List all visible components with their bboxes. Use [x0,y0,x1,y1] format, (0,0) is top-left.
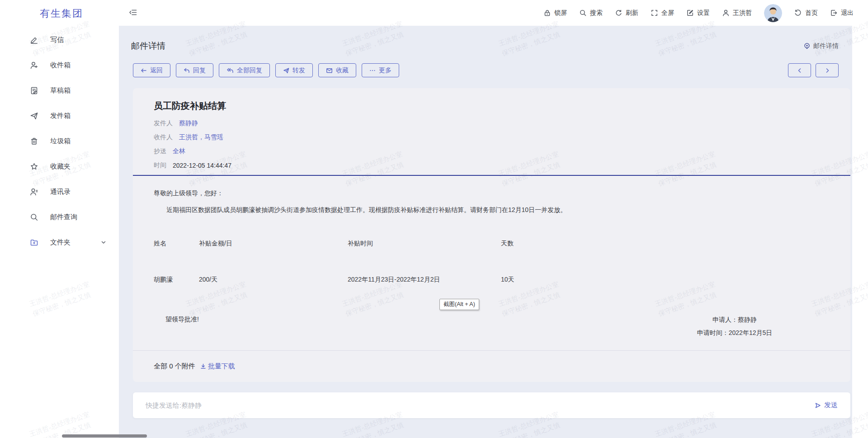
meta-row-time: 时间 2022-12-05 14:44:47 [154,158,231,172]
attachments-summary: 全部 0 个附件 [154,362,195,371]
meta-row-to: 收件人 王洪哲，马雪瑶 [154,130,231,144]
recipients-link[interactable]: 王洪哲，马雪瑶 [179,133,223,141]
settings-icon [686,9,694,17]
sidebar: 有生集团 写信 收件箱 草稿箱 发件箱 垃圾箱 [0,0,119,438]
table-row: 胡鹏濠 200/天 2022年11月23日-2022年12月2日 10天 [154,276,830,284]
sidebar-item-sent[interactable]: 发件箱 [0,103,119,128]
sidebar-item-drafts[interactable]: 草稿箱 [0,78,119,103]
inbox-icon [30,61,38,70]
drafts-icon [30,86,38,95]
mail-search-icon [30,213,38,221]
page-title: 邮件详情 [131,40,165,52]
attachments-bar: 全部 0 个附件 批量下载 [133,350,850,382]
chevron-down-icon[interactable] [101,240,106,245]
lock-screen-action[interactable]: 锁屏 [543,9,567,17]
reply-button[interactable]: 回复 [176,63,213,77]
next-mail-button[interactable] [816,63,839,77]
brand-logo: 有生集团 [40,7,83,20]
table-header-row: 姓名 补贴金额/日 补贴时间 天数 [154,240,830,248]
mail-toolbar: 返回 回复 全部回复 转发 收藏 更多 [133,63,399,77]
sidebar-item-label: 文件夹 [50,238,71,247]
prev-mail-button[interactable] [788,63,811,77]
body-paragraph: 近期福田区数据团队成员胡鹏濠被抽调沙头街道参加疫情数据处理工作。现根据防疫补贴标… [154,205,830,214]
home-icon [794,9,802,17]
favorite-button[interactable]: 收藏 [318,63,356,77]
sent-icon [30,112,38,120]
mail-signature: 申请人：蔡静静 申请时间：2022年12月5日 [640,313,830,339]
forward-button[interactable]: 转发 [275,63,313,77]
sidebar-item-label: 邮件查询 [50,213,77,221]
sidebar-item-trash[interactable]: 垃圾箱 [0,128,119,154]
avatar[interactable] [764,4,782,22]
mail-detail-card: 员工防疫补贴结算 发件人 蔡静静 收件人 王洪哲，马雪瑶 抄送 全林 时间 20… [133,88,850,382]
folder-plus-icon [30,238,38,247]
mail-time: 2022-12-05 14:44:47 [173,162,231,169]
search-icon [579,9,587,17]
logout-icon [830,9,838,17]
sidebar-item-mail-search[interactable]: 邮件查询 [0,204,119,230]
sidebar-item-label: 草稿箱 [50,86,71,95]
batch-download-link[interactable]: 批量下载 [200,362,235,371]
screenshot-tooltip: 截图(Alt + A) [439,299,479,310]
logout-action[interactable]: 退出 [830,9,854,17]
sidebar-item-inbox[interactable]: 收件箱 [0,52,119,78]
refresh-action[interactable]: 刷新 [615,9,638,17]
home-action[interactable]: 首页 [794,9,818,17]
contacts-icon [30,188,38,196]
body-greeting: 尊敬的上级领导，您好： [154,189,830,198]
breadcrumb: 邮件详情 [803,42,839,50]
lock-icon [543,9,551,17]
send-button[interactable]: 发送 [814,401,838,410]
more-button[interactable]: 更多 [362,63,399,77]
sidebar-item-favorites[interactable]: 收藏夹 [0,154,119,179]
sidebar-item-folders[interactable]: 文件夹 [0,230,119,255]
meta-row-cc: 抄送 全林 [154,144,231,158]
sidebar-item-label: 收件箱 [50,61,71,70]
sidebar-item-label: 通讯录 [50,188,71,196]
mail-body: 尊敬的上级领导，您好： 近期福田区数据团队成员胡鹏濠被抽调沙头街道参加疫情数据处… [154,188,830,324]
sidebar-item-compose[interactable]: 写信 [0,27,119,52]
cc-link[interactable]: 全林 [173,147,185,155]
current-user[interactable]: 王洪哲 [722,9,752,17]
favorites-icon [30,162,38,171]
trash-icon [30,137,38,146]
back-button[interactable]: 返回 [133,63,170,77]
sidebar-item-label: 垃圾箱 [50,137,71,146]
sidebar-item-label: 收藏夹 [50,162,71,171]
applicant: 申请人：蔡静静 [640,313,830,326]
apply-date: 申请时间：2022年12月5日 [640,326,830,339]
pin-icon [803,42,811,50]
mail-pager [788,63,839,77]
refresh-icon [615,9,623,17]
quick-reply-input[interactable] [146,401,814,409]
main-panel: 邮件详情 邮件详情 返回 回复 全部回复 转发 收藏 更多 [119,26,852,438]
mail-meta: 发件人 蔡静静 收件人 王洪哲，马雪瑶 抄送 全林 时间 2022-12-05 … [154,116,231,172]
settings-action[interactable]: 设置 [686,9,710,17]
search-action[interactable]: 搜索 [579,9,603,17]
compose-icon [30,36,38,44]
sidebar-item-label: 写信 [50,36,64,44]
sender-link[interactable]: 蔡静静 [179,119,198,127]
mail-subject: 员工防疫补贴结算 [154,100,226,112]
fullscreen-icon [651,9,658,17]
mail-divider [133,175,850,176]
menu-fold-icon[interactable] [129,8,137,17]
fullscreen-action[interactable]: 全屏 [651,9,674,17]
quick-reply-bar: 发送 [133,392,850,418]
meta-row-from: 发件人 蔡静静 [154,116,231,130]
horizontal-scrollbar-thumb[interactable] [62,434,147,438]
subsidy-table: 姓名 补贴金额/日 补贴时间 天数 胡鹏濠 200/天 2022年11月23日-… [154,240,830,284]
topbar: 锁屏 搜索 刷新 全屏 设置 王洪哲 [119,0,868,26]
user-icon [722,9,730,17]
sidebar-item-contacts[interactable]: 通讯录 [0,179,119,204]
reply-all-button[interactable]: 全部回复 [219,63,270,77]
sidebar-item-label: 发件箱 [50,112,71,120]
